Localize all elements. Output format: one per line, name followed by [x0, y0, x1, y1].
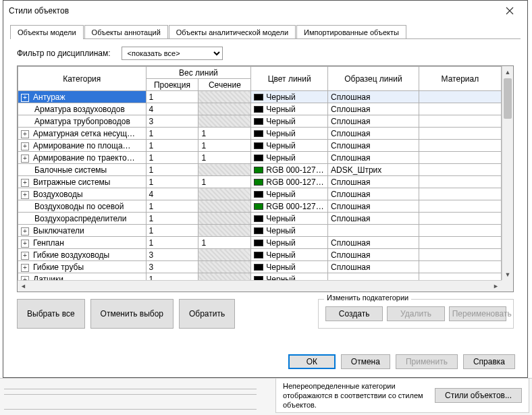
cell-projection[interactable]: 1 — [146, 273, 198, 281]
cell-line-color[interactable]: Черный — [251, 225, 328, 237]
table-row[interactable]: Арматура трубопроводов3ЧерныйСплошная — [18, 115, 502, 128]
object-styles-button[interactable]: Стили объектов... — [435, 388, 522, 403]
cell-projection[interactable]: 1 — [146, 213, 198, 225]
cell-material[interactable] — [419, 176, 501, 188]
cell-material[interactable] — [419, 128, 501, 140]
expand-icon[interactable]: + — [21, 179, 29, 187]
cell-section[interactable] — [198, 225, 251, 237]
header-line-color[interactable]: Цвет линий — [251, 67, 328, 91]
cell-line-color[interactable]: Черный — [251, 152, 328, 164]
filter-select[interactable]: <показать все> — [122, 47, 223, 60]
cell-material[interactable] — [419, 188, 501, 200]
vertical-scrollbar[interactable]: ▲ ▼ — [502, 66, 513, 280]
cell-material[interactable] — [419, 103, 501, 115]
table-row[interactable]: +Датчики1Черный — [18, 273, 502, 281]
tab-1[interactable]: Объекты аннотаций — [84, 25, 168, 39]
cell-line-color[interactable]: Черный — [251, 273, 328, 281]
cell-line-pattern[interactable] — [328, 225, 419, 237]
cell-material[interactable] — [419, 140, 501, 152]
cell-material[interactable] — [419, 249, 501, 261]
cell-section[interactable]: 1 — [198, 152, 251, 164]
cell-line-color[interactable]: Черный — [251, 91, 328, 103]
cell-category[interactable]: Арматура трубопроводов — [18, 115, 147, 128]
cell-category[interactable]: +Антураж — [18, 91, 147, 103]
cell-projection[interactable]: 3 — [146, 261, 198, 273]
cell-material[interactable] — [419, 152, 501, 164]
close-button[interactable] — [496, 2, 523, 20]
cell-category[interactable]: +Армирование по траекто… — [18, 152, 147, 164]
cell-material[interactable] — [419, 261, 501, 273]
select-all-button[interactable]: Выбрать все — [17, 299, 85, 329]
cell-section[interactable] — [198, 249, 251, 261]
cell-section[interactable] — [198, 200, 251, 213]
expand-icon[interactable]: + — [21, 227, 29, 236]
cell-line-pattern[interactable] — [328, 273, 419, 281]
cell-section[interactable] — [198, 91, 251, 103]
cell-line-pattern[interactable]: Сплошная — [328, 140, 419, 152]
cell-section[interactable] — [198, 188, 251, 200]
cell-category[interactable]: Балочные системы — [18, 164, 147, 176]
table-row[interactable]: Воздухораспределители1ЧерныйСплошная — [18, 213, 502, 225]
expand-icon[interactable]: + — [21, 142, 29, 150]
cell-line-pattern[interactable]: ADSK_Штрих — [328, 164, 419, 176]
create-subcategory-button[interactable]: Создать — [325, 306, 383, 321]
cell-material[interactable] — [419, 237, 501, 249]
expand-icon[interactable]: + — [21, 130, 29, 138]
table-row[interactable]: Балочные системы1RGB 000-127-000ADSK_Штр… — [18, 164, 502, 176]
expand-icon[interactable]: + — [21, 94, 29, 102]
cell-projection[interactable]: 1 — [146, 200, 198, 213]
table-row[interactable]: Арматура воздуховодов4ЧерныйСплошная — [18, 103, 502, 115]
cell-section[interactable]: 1 — [198, 128, 251, 140]
cell-category[interactable]: +Выключатели — [18, 225, 147, 237]
cell-material[interactable] — [419, 213, 501, 225]
table-row[interactable]: +Арматурная сетка несущ…11ЧерныйСплошная — [18, 128, 502, 140]
cell-line-pattern[interactable]: Сплошная — [328, 213, 419, 225]
cell-category[interactable]: +Гибкие трубы — [18, 261, 147, 273]
cell-projection[interactable]: 1 — [146, 225, 198, 237]
cell-section[interactable]: 1 — [198, 140, 251, 152]
cell-line-pattern[interactable]: Сплошная — [328, 261, 419, 273]
cell-line-color[interactable]: Черный — [251, 249, 328, 261]
cell-projection[interactable]: 3 — [146, 115, 198, 128]
cell-projection[interactable]: 1 — [146, 128, 198, 140]
cell-material[interactable] — [419, 91, 501, 103]
cell-line-pattern[interactable]: Сплошная — [328, 237, 419, 249]
cell-section[interactable]: 1 — [198, 176, 251, 188]
cell-material[interactable] — [419, 225, 501, 237]
cell-line-color[interactable]: Черный — [251, 140, 328, 152]
horizontal-scrollbar[interactable]: ◄ ► — [18, 280, 502, 292]
cell-material[interactable] — [419, 273, 501, 281]
cell-line-pattern[interactable]: Сплошная — [328, 200, 419, 213]
cell-line-pattern[interactable]: Сплошная — [328, 128, 419, 140]
cell-section[interactable]: 1 — [198, 237, 251, 249]
table-row[interactable]: +Армирование по траекто…11ЧерныйСплошная — [18, 152, 502, 164]
expand-icon[interactable]: + — [21, 240, 29, 248]
cell-category[interactable]: +Генплан — [18, 237, 147, 249]
styles-grid[interactable]: Категория Вес линий Цвет линий Образец л… — [18, 66, 502, 280]
cell-line-pattern[interactable]: Сплошная — [328, 103, 419, 115]
cell-projection[interactable]: 4 — [146, 188, 198, 200]
cell-projection[interactable]: 1 — [146, 140, 198, 152]
table-row[interactable]: +Витражные системы11RGB 000-127-000Сплош… — [18, 176, 502, 188]
cell-category[interactable]: +Армирование по площа… — [18, 140, 147, 152]
cell-line-color[interactable]: Черный — [251, 115, 328, 128]
cell-section[interactable] — [198, 261, 251, 273]
cell-projection[interactable]: 1 — [146, 176, 198, 188]
cell-material[interactable] — [419, 164, 501, 176]
cell-section[interactable] — [198, 103, 251, 115]
cell-material[interactable] — [419, 200, 501, 213]
cell-projection[interactable]: 1 — [146, 152, 198, 164]
cell-section[interactable] — [198, 164, 251, 176]
cell-line-color[interactable]: Черный — [251, 103, 328, 115]
cell-line-color[interactable]: RGB 000-127-000 — [251, 200, 328, 213]
table-row[interactable]: +Генплан11ЧерныйСплошная — [18, 237, 502, 249]
tab-3[interactable]: Импортированные объекты — [296, 25, 406, 39]
cell-line-pattern[interactable]: Сплошная — [328, 188, 419, 200]
table-row[interactable]: +Антураж1ЧерныйСплошная — [18, 91, 502, 103]
scroll-thumb[interactable] — [504, 78, 512, 119]
table-row[interactable]: +Гибкие трубы3ЧерныйСплошная — [18, 261, 502, 273]
cell-category[interactable]: Воздуховоды по осевой — [18, 200, 147, 213]
cell-line-color[interactable]: Черный — [251, 128, 328, 140]
cell-category[interactable]: +Витражные системы — [18, 176, 147, 188]
cell-category[interactable]: +Датчики — [18, 273, 147, 281]
